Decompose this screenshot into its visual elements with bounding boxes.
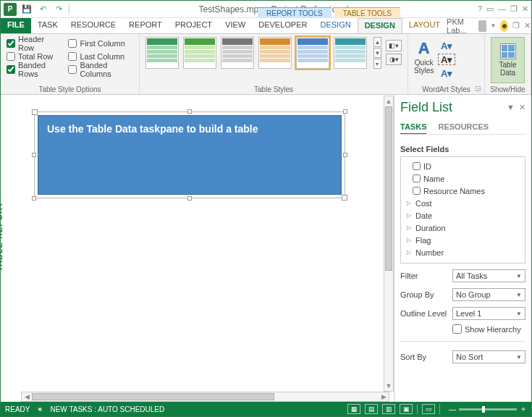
zoom-in-icon[interactable]: ＋ <box>520 404 527 414</box>
shading-button[interactable]: ◧▾ <box>386 40 402 51</box>
gallery-more[interactable]: ▾ <box>373 59 381 69</box>
scroll-left-icon[interactable]: ◀ <box>22 393 32 400</box>
quick-styles-icon[interactable]: A <box>418 39 430 58</box>
view-shortcut-1[interactable]: ▦ <box>347 404 360 414</box>
save-icon[interactable]: 💾 <box>21 4 33 15</box>
avatar[interactable] <box>478 20 486 32</box>
window-close-icon[interactable]: ✕ <box>524 21 531 30</box>
groupby-combo[interactable]: No Group▼ <box>452 288 525 301</box>
text-effects-button[interactable]: A▾ <box>438 67 455 79</box>
tab-task[interactable]: TASK <box>31 18 64 33</box>
table-style-3[interactable] <box>221 37 254 69</box>
chk-banded-rows[interactable]: Banded Rows <box>7 63 61 76</box>
tab-project[interactable]: PROJECT <box>169 18 219 33</box>
scroll-up-icon[interactable]: ▲ <box>384 96 393 106</box>
zoom-out-icon[interactable]: — <box>449 405 456 413</box>
view-vertical-label: TABLE REPORT <box>1 201 4 271</box>
scroll-right-icon[interactable]: ▶ <box>379 393 389 400</box>
ribbon-display-icon[interactable]: ▭ <box>486 4 494 14</box>
groupby-label: Group By <box>400 290 452 299</box>
restore-icon[interactable]: ❐ <box>510 4 518 14</box>
chk-header-row[interactable]: Header Row <box>7 37 61 50</box>
table-style-1[interactable] <box>145 37 179 69</box>
report-canvas[interactable]: TABLE REPORT Use the Table Data taskpane… <box>1 96 394 402</box>
text-fill-button[interactable]: A▾ <box>438 40 455 51</box>
dialog-launcher-icon[interactable]: ◲ <box>473 84 482 93</box>
table-placeholder-cell[interactable]: Use the Table Data taskpane to build a t… <box>38 115 342 195</box>
view-shortcut-5[interactable]: ▭ <box>422 404 435 414</box>
zoom-slider[interactable]: — ＋ <box>449 404 527 414</box>
pane-close-icon[interactable]: ✕ <box>519 103 525 112</box>
pane-title: Field List <box>400 100 452 115</box>
table-style-5[interactable] <box>296 37 329 69</box>
filter-label: Filter <box>400 271 452 280</box>
tab-resource[interactable]: RESOURCE <box>64 18 122 33</box>
view-shortcut-2[interactable]: ▤ <box>365 404 378 414</box>
group-table-styles: ▲ ▼ ▾ ◧▾ ◑▾ Table Styles <box>140 34 408 94</box>
scroll-thumb[interactable] <box>385 106 392 271</box>
pane-tab-tasks[interactable]: TASKS <box>400 122 426 135</box>
tab-table-layout[interactable]: LAYOUT <box>402 18 447 33</box>
help-icon[interactable]: ? <box>478 4 482 14</box>
effects-button[interactable]: ◑▾ <box>386 54 402 65</box>
window-controls: ? ▭ — ❐ ✕ <box>478 4 528 14</box>
table-data-button[interactable]: Table Data <box>491 37 525 83</box>
chk-first-column[interactable]: First Column <box>68 37 133 50</box>
show-hierarchy-check[interactable]: Show Hierarchy <box>452 324 525 334</box>
undo-icon[interactable]: ↶ <box>37 4 48 15</box>
gallery-scroll-down[interactable]: ▼ <box>373 48 381 58</box>
table-style-2[interactable] <box>183 37 216 69</box>
sortby-combo[interactable]: No Sort▼ <box>452 350 525 363</box>
view-shortcut-3[interactable]: ▥ <box>382 404 395 414</box>
text-outline-button[interactable]: A▾ <box>438 54 455 65</box>
view-shortcut-4[interactable]: ▣ <box>400 404 413 414</box>
group-cost[interactable]: ▷Cost <box>405 197 520 209</box>
feedback-icon[interactable]: ☻ <box>500 20 508 32</box>
tab-report-design[interactable]: DESIGN <box>313 18 357 33</box>
table-data-icon <box>500 43 516 59</box>
status-schedule-mode[interactable]: NEW TASKS : AUTO SCHEDULED <box>50 405 164 413</box>
group-flag[interactable]: ▷Flag <box>405 234 520 246</box>
selected-table-shape[interactable]: Use the Table Data taskpane to build a t… <box>34 111 345 198</box>
pane-options-icon[interactable]: ▼ <box>507 103 515 112</box>
tab-table-design[interactable]: DESIGN <box>358 18 402 33</box>
select-fields-header: Select Fields <box>400 145 525 153</box>
group-wordart-styles: A Quick Styles A▾ A▾ A▾ WordArt Styles ◲ <box>408 34 485 94</box>
group-show-hide: Table Data Show/Hide <box>485 34 531 94</box>
workspace: TABLE REPORT Use the Table Data taskpane… <box>1 96 531 402</box>
window-restore-icon[interactable]: ❐ <box>512 21 520 30</box>
filter-combo[interactable]: All Tasks▼ <box>452 269 525 282</box>
horizontal-scrollbar[interactable]: ◀ ▶ <box>21 392 389 402</box>
table-style-4[interactable] <box>258 37 292 69</box>
group-number[interactable]: ▷Number <box>405 246 520 258</box>
group-date[interactable]: ▷Date <box>405 209 520 222</box>
scroll-down-icon[interactable]: ▼ <box>384 381 393 391</box>
new-tasks-mode-icon[interactable]: ✶ <box>37 405 43 413</box>
chk-banded-columns[interactable]: Banded Columns <box>68 63 133 76</box>
group-label: Table Styles <box>140 85 408 93</box>
close-icon[interactable]: ✕ <box>522 4 528 14</box>
scroll-thumb[interactable] <box>32 393 274 400</box>
tab-report[interactable]: REPORT <box>122 18 169 33</box>
context-tab-report-tools: REPORT TOOLS <box>258 7 332 18</box>
gallery-scroll-up[interactable]: ▲ <box>373 37 381 47</box>
minimize-icon[interactable]: — <box>498 4 506 14</box>
sortby-label: Sort By <box>400 353 452 361</box>
table-style-6[interactable] <box>334 37 367 69</box>
field-name[interactable]: Name <box>405 172 520 185</box>
pane-tab-resources[interactable]: RESOURCES <box>438 122 489 135</box>
ribbon: Header Row Total Row Banded Rows First C… <box>1 34 531 95</box>
field-id[interactable]: ID <box>405 160 520 172</box>
app-icon: P <box>4 3 17 16</box>
tab-file[interactable]: FILE <box>1 18 31 33</box>
tab-developer[interactable]: DEVELOPER <box>252 18 313 33</box>
tab-view[interactable]: VIEW <box>219 18 252 33</box>
group-duration[interactable]: ▷Duration <box>405 222 520 234</box>
vertical-scrollbar[interactable]: ▲ ▼ <box>384 96 394 392</box>
redo-icon[interactable]: ↷ <box>53 4 64 15</box>
chevron-down-icon[interactable]: ▼ <box>491 22 497 29</box>
user-name[interactable]: PKM Lab... <box>447 17 473 35</box>
outline-combo[interactable]: Level 1▼ <box>452 307 525 320</box>
field-resource-names[interactable]: Resource Names <box>405 185 520 197</box>
outline-label: Outline Level <box>400 309 452 318</box>
